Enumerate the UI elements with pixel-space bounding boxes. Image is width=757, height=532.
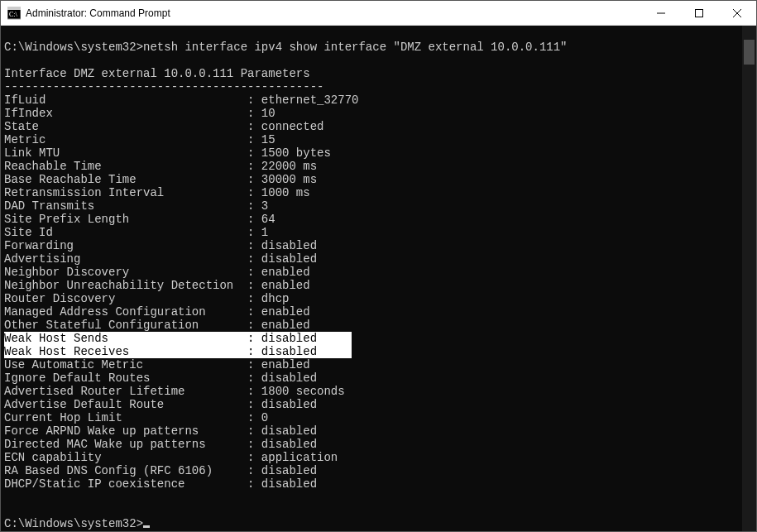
window-title: Administrator: Command Prompt (26, 7, 642, 19)
terminal-line: Interface DMZ external 10.0.0.111 Parame… (4, 67, 742, 80)
terminal-line: Base Reachable Time : 30000 ms (4, 173, 742, 186)
terminal-line: Router Discovery : dhcp (4, 292, 742, 305)
terminal-line: IfLuid : ethernet_32770 (4, 93, 742, 107)
terminal-line: DAD Transmits : 3 (4, 199, 742, 213)
terminal-line-highlighted: Weak Host Receives : disabled (4, 345, 742, 358)
client-area: C:\Windows\system32>netsh interface ipv4… (1, 26, 756, 531)
titlebar[interactable]: C:\ Administrator: Command Prompt (1, 1, 756, 26)
terminal-line (4, 504, 742, 517)
terminal-line: Directed MAC Wake up patterns : disabled (4, 438, 742, 451)
terminal-line (4, 27, 742, 41)
terminal-line: Reachable Time : 22000 ms (4, 160, 742, 173)
terminal-line: ECN capability : application (4, 451, 742, 464)
terminal-line: Advertising : disabled (4, 252, 742, 266)
terminal-line: ----------------------------------------… (4, 80, 742, 93)
terminal-line: Neighbor Discovery : enabled (4, 266, 742, 279)
terminal-line: Neighbor Unreachability Detection : enab… (4, 279, 742, 292)
terminal-line: C:\Windows\system32>netsh interface ipv4… (4, 41, 742, 54)
terminal-line-highlighted: Weak Host Sends : disabled (4, 332, 742, 345)
terminal-line: Advertise Default Route : disabled (4, 398, 742, 411)
terminal-line (4, 491, 742, 504)
window-controls (642, 1, 756, 25)
terminal-line: Managed Address Configuration : enabled (4, 305, 742, 319)
window-frame: C:\ Administrator: Command Prompt C:\Win… (0, 0, 757, 532)
terminal-line: Current Hop Limit : 0 (4, 411, 742, 424)
terminal-line: Force ARPND Wake up patterns : disabled (4, 424, 742, 438)
terminal-line: Advertised Router Lifetime : 1800 second… (4, 385, 742, 398)
terminal-line: RA Based DNS Config (RFC 6106) : disable… (4, 464, 742, 477)
maximize-button[interactable] (680, 1, 718, 25)
scroll-thumb[interactable] (744, 40, 755, 65)
scrollbar-vertical[interactable] (742, 26, 756, 531)
terminal-line (4, 54, 742, 67)
terminal-line: Link MTU : 1500 bytes (4, 146, 742, 160)
terminal-line: Site Id : 1 (4, 226, 742, 239)
terminal-line: Use Automatic Metric : enabled (4, 358, 742, 371)
terminal-line: Metric : 15 (4, 133, 742, 146)
svg-rect-4 (696, 9, 703, 17)
terminal-line: C:\Windows\system32> (4, 517, 742, 530)
terminal-line: State : connected (4, 120, 742, 133)
terminal-line: DHCP/Static IP coexistence : disabled (4, 477, 742, 491)
close-button[interactable] (718, 1, 756, 25)
terminal-output[interactable]: C:\Windows\system32>netsh interface ipv4… (1, 26, 742, 531)
terminal-line: IfIndex : 10 (4, 107, 742, 120)
terminal-line: Forwarding : disabled (4, 239, 742, 252)
minimize-button[interactable] (642, 1, 680, 25)
terminal-line: Ignore Default Routes : disabled (4, 371, 742, 385)
svg-rect-1 (7, 7, 21, 10)
terminal-line: Other Stateful Configuration : enabled (4, 319, 742, 332)
svg-text:C:\: C:\ (9, 11, 18, 18)
cmd-icon: C:\ (7, 7, 21, 20)
terminal-line: Retransmission Interval : 1000 ms (4, 186, 742, 199)
terminal-line: Site Prefix Length : 64 (4, 213, 742, 226)
cursor (143, 525, 150, 528)
